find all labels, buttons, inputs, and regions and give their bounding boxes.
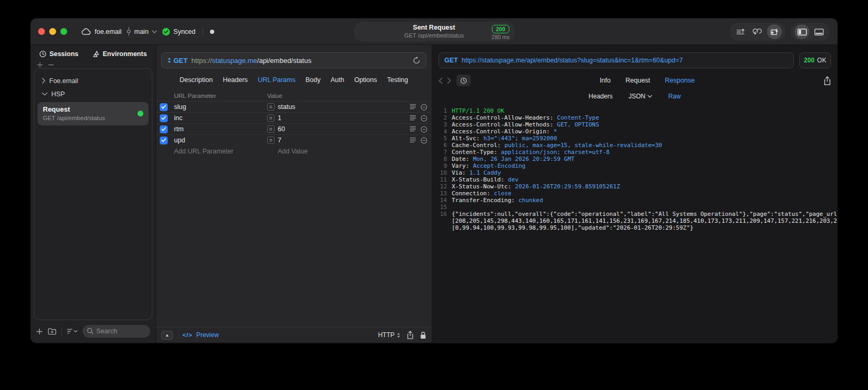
sent-request-pill[interactable]: Sent Request GET /api/embed/status 200 2… xyxy=(353,22,515,42)
line-number: 6 xyxy=(433,142,447,149)
response-body-json: {"incidents":null,"overall":{"code":"ope… xyxy=(452,211,837,231)
share-icon[interactable] xyxy=(407,331,414,339)
back-button[interactable] xyxy=(438,77,443,84)
response-line: 8Date:Mon, 26 Jan 2026 20:29:59 GMT xyxy=(433,156,833,162)
param-checkbox[interactable] xyxy=(160,125,168,133)
response-line: 9Vary:Accept-Encoding xyxy=(433,162,833,169)
remove-param-icon[interactable] xyxy=(421,104,427,111)
reorder-handle-icon[interactable] xyxy=(409,126,416,132)
response-line: 6Cache-Control:public, max-age=15, stale… xyxy=(433,142,833,149)
tab-sessions[interactable]: Sessions xyxy=(39,50,78,58)
subtab-raw[interactable]: Raw xyxy=(668,93,681,100)
param-value[interactable]: 60 xyxy=(278,125,285,133)
line-number: 4 xyxy=(433,128,447,135)
param-name[interactable]: slug xyxy=(174,103,267,111)
line-number: 14 xyxy=(433,197,447,204)
new-folder-icon[interactable] xyxy=(48,328,57,335)
request-url-bar[interactable]: GET https://statuspage.me/api/embed/stat… xyxy=(161,52,426,68)
add-value-button[interactable]: Add Value xyxy=(267,148,402,155)
remove-param-icon[interactable] xyxy=(421,115,427,122)
response-line: 4Access-Control-Allow-Origin:* xyxy=(433,128,833,135)
reorder-handle-icon[interactable] xyxy=(409,137,416,143)
subtab-headers[interactable]: Headers xyxy=(589,93,613,100)
pull-loop-icon xyxy=(753,28,762,36)
param-value[interactable]: status xyxy=(278,103,295,111)
line-number: 8 xyxy=(433,156,447,162)
toggle-bottom-panel-button[interactable] xyxy=(811,24,826,39)
forward-button[interactable] xyxy=(447,77,451,84)
param-row[interactable]: slug =status xyxy=(156,101,432,112)
history-button[interactable] xyxy=(456,75,471,86)
param-value[interactable]: 1 xyxy=(278,114,281,122)
toolbar-group-layout xyxy=(791,23,830,41)
zoom-window-button[interactable] xyxy=(60,28,67,35)
method-stepper-icon[interactable] xyxy=(167,57,171,64)
response-raw-view[interactable]: 1HTTP/1.1 200 OK 2Access-Control-Allow-H… xyxy=(432,107,837,231)
request-pane-footer: ▲ </> Preview HTTP xyxy=(156,327,432,342)
history-clock-icon xyxy=(39,50,47,58)
method-label[interactable]: GET xyxy=(173,57,188,65)
sidebar: Sessions Environments Foe.email HSP xyxy=(31,45,156,342)
param-name[interactable]: inc xyxy=(174,114,267,122)
close-window-button[interactable] xyxy=(38,28,45,35)
add-session-icon[interactable] xyxy=(37,62,43,68)
subtab-json[interactable]: JSON xyxy=(628,93,652,100)
check-icon xyxy=(161,127,166,131)
project-selector[interactable]: foe.email xyxy=(81,28,122,35)
protocol-selector[interactable]: HTTP xyxy=(378,331,400,339)
sort-filter-icon[interactable] xyxy=(67,328,78,334)
group-foe-email[interactable]: Foe.email xyxy=(38,74,149,87)
toggle-sidebar-button[interactable] xyxy=(794,24,809,39)
param-checkbox[interactable] xyxy=(160,103,168,111)
response-line: 13Connection:close xyxy=(433,190,833,197)
tab-url-params[interactable]: URL Params xyxy=(258,76,295,84)
preview-button[interactable]: </> Preview xyxy=(182,331,219,339)
tab-environments[interactable]: Environments xyxy=(92,50,147,58)
minimize-window-button[interactable] xyxy=(49,28,56,35)
response-request-url[interactable]: GET https://statuspage.me/api/embed/stat… xyxy=(438,52,794,68)
param-name[interactable]: upd xyxy=(174,137,267,144)
add-url-parameter-button[interactable]: Add URL Parameter xyxy=(174,148,267,155)
tab-info[interactable]: Info xyxy=(600,77,611,84)
param-row[interactable]: rtm =60 xyxy=(156,123,432,134)
tab-description[interactable]: Description xyxy=(180,76,213,84)
tab-auth[interactable]: Auth xyxy=(331,76,344,84)
expand-panel-button[interactable]: ▲ xyxy=(161,331,173,340)
share-icon[interactable] xyxy=(824,76,831,85)
refresh-icon[interactable] xyxy=(413,56,421,65)
sync-status[interactable]: Synced xyxy=(162,28,196,36)
branch-name: main xyxy=(134,28,149,35)
response-line: 15 xyxy=(433,204,833,211)
lock-icon[interactable] xyxy=(420,331,426,339)
param-checkbox[interactable] xyxy=(160,137,168,144)
remove-param-icon[interactable] xyxy=(421,126,427,133)
tab-options[interactable]: Options xyxy=(354,76,377,84)
param-value[interactable]: 7 xyxy=(278,137,281,144)
param-name[interactable]: rtm xyxy=(174,125,267,133)
sync-label: Synced xyxy=(173,28,196,35)
param-row[interactable]: inc =1 xyxy=(156,112,432,123)
request-list-item[interactable]: Request GET /api/embed/status xyxy=(38,102,149,125)
sync-requests-button[interactable] xyxy=(767,24,782,39)
tab-environments-label: Environments xyxy=(103,50,147,58)
branch-selector[interactable]: main xyxy=(126,27,157,36)
tab-testing[interactable]: Testing xyxy=(387,76,408,84)
group-hsp[interactable]: HSP xyxy=(38,87,149,101)
tab-request[interactable]: Request xyxy=(626,77,651,84)
pull-changes-button[interactable] xyxy=(750,24,765,39)
equals-icon: = xyxy=(267,137,275,144)
export-lines-button[interactable] xyxy=(733,24,748,39)
reorder-handle-icon[interactable] xyxy=(409,104,416,110)
remove-session-icon[interactable] xyxy=(48,62,54,68)
line-number: 3 xyxy=(433,121,447,128)
param-checkbox[interactable] xyxy=(160,114,168,122)
param-row[interactable]: upd =7 xyxy=(156,134,432,146)
line-number: 10 xyxy=(433,169,447,176)
tab-headers[interactable]: Headers xyxy=(223,76,248,84)
tab-body[interactable]: Body xyxy=(305,76,321,84)
reorder-handle-icon[interactable] xyxy=(409,115,416,121)
remove-param-icon[interactable] xyxy=(421,137,427,144)
add-request-icon[interactable] xyxy=(36,328,43,335)
divider xyxy=(61,327,62,335)
tab-response[interactable]: Response xyxy=(665,77,695,84)
